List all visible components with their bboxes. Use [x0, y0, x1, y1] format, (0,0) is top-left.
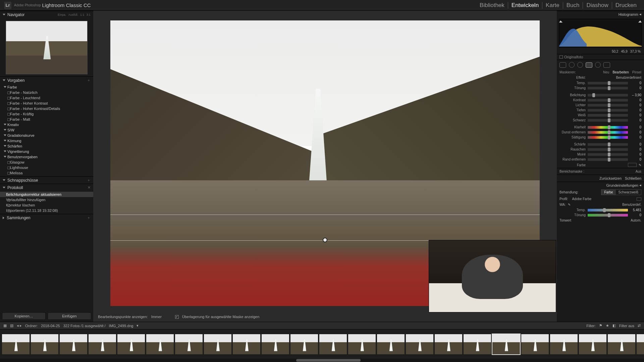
preset-group[interactable]: Gradationskurve [0, 133, 93, 138]
auto-tone-button[interactable]: Autom. [631, 219, 641, 222]
collections-header[interactable]: Sammlungen＋ [0, 214, 93, 221]
preset-group[interactable]: Körnung [0, 138, 93, 143]
slider-track[interactable] [588, 119, 628, 122]
zoom-option[interactable]: 3:1 [86, 13, 91, 16]
zoom-option[interactable]: Ausfüll. [68, 13, 78, 16]
eyedropper-icon[interactable]: ✎ [639, 163, 641, 167]
slider-value[interactable]: 0 [630, 113, 641, 117]
wb-dropdown[interactable]: Benutzerdef. [622, 203, 641, 206]
basic-tint-slider[interactable] [588, 214, 628, 217]
profile-dropdown[interactable]: Adobe Farbe [572, 197, 592, 201]
module-drucken[interactable]: Drucken [612, 2, 640, 9]
preset-item[interactable]: Farbe - Matt [0, 117, 93, 122]
current-filename[interactable]: IMG_2499.dng [109, 324, 133, 328]
zoom-option[interactable]: 1:1 [80, 13, 85, 16]
slider-value[interactable]: 0 [630, 147, 641, 151]
preset-item[interactable]: Farbe - Hoher Kontrast/Details [0, 106, 93, 111]
basic-tint-value[interactable]: 0 [630, 213, 641, 217]
slider-value[interactable]: 0 [630, 142, 641, 146]
folder-date[interactable]: 2018-04-25 [41, 324, 60, 328]
gradient-tool-icon[interactable] [586, 62, 592, 68]
history-item[interactable]: Verlaufsfilter hinzufügen [0, 197, 93, 202]
slider-value[interactable]: 0 [630, 130, 641, 134]
slider-track[interactable] [588, 131, 628, 134]
slider-track[interactable] [588, 148, 628, 151]
filmstrip-thumb[interactable] [175, 334, 203, 354]
filter-lock-icon[interactable]: ⇄ [638, 323, 641, 328]
slider-track[interactable] [588, 99, 628, 102]
grid-view-icon[interactable]: ▦ [3, 323, 7, 328]
slider-value[interactable]: 0 [630, 158, 641, 161]
histogram-header[interactable]: Histogramm ◂ [557, 11, 644, 17]
radial-tool-icon[interactable] [595, 62, 601, 68]
filmstrip-thumb[interactable] [348, 334, 376, 354]
filmstrip-thumb[interactable] [377, 334, 405, 354]
filmstrip-thumb[interactable] [637, 334, 644, 354]
history-item[interactable]: Importieren (12.11.18 15:32:08) [0, 208, 93, 213]
slider-value[interactable]: 0 [630, 86, 641, 90]
treatment-option[interactable]: Farbe [601, 190, 615, 195]
preset-item[interactable]: Farbe - Leuchtend [0, 95, 93, 101]
filmstrip-thumb[interactable] [608, 334, 635, 354]
module-buch[interactable]: Buch [563, 2, 583, 9]
filmstrip-thumb[interactable] [492, 334, 520, 354]
filmstrip-thumb[interactable] [31, 334, 58, 354]
slider-value[interactable]: 0 [630, 135, 641, 139]
user-presets-group[interactable]: Benutzervorgaben [0, 154, 93, 160]
profile-grid-icon[interactable] [637, 197, 641, 201]
basic-header[interactable]: Grundeinstellungen ◂ [557, 182, 644, 188]
slider-track[interactable] [588, 87, 628, 89]
module-karte[interactable]: Karte [542, 2, 563, 9]
filmstrip-thumb[interactable] [117, 334, 145, 354]
filmstrip-thumb[interactable] [579, 334, 606, 354]
filmstrip-thumb[interactable] [435, 334, 462, 354]
user-preset-item[interactable]: Lighthouse [0, 165, 93, 170]
filmstrip-thumb[interactable] [2, 334, 30, 354]
redeye-tool-icon[interactable] [577, 62, 583, 68]
snapshots-header[interactable]: Schnappschüsse＋ [0, 176, 93, 184]
reset-button[interactable]: Zurücksetzen [599, 176, 622, 180]
paste-button[interactable]: Einfügen [48, 312, 91, 320]
filmstrip-thumb[interactable] [521, 334, 549, 354]
basic-temp-value[interactable]: 5.481 [630, 208, 641, 212]
slider-track[interactable] [588, 143, 628, 146]
overlay-checkbox[interactable]: ✓ [175, 315, 179, 319]
zoom-option[interactable]: Einpa. [58, 13, 66, 16]
user-preset-item[interactable]: Melissa [0, 170, 93, 176]
original-toggle[interactable]: Originalfoto [557, 54, 644, 60]
mask-tab[interactable]: Pinsel [632, 70, 641, 74]
slider-value[interactable]: 0 [630, 125, 641, 129]
history-header[interactable]: Protokoll✕ [0, 184, 93, 191]
slider-track[interactable] [588, 126, 628, 129]
navigator-zoom[interactable]: Einpa.Ausfüll.1:13:1 [58, 13, 91, 16]
second-window-icon[interactable]: ▧ [10, 323, 13, 328]
rating-filter-icon[interactable]: ★ [606, 323, 609, 328]
close-button[interactable]: Schließen [625, 176, 641, 180]
filmstrip[interactable] [0, 329, 644, 359]
copy-button[interactable]: Kopieren… [2, 312, 46, 320]
slider-track[interactable] [588, 114, 628, 117]
module-diashow[interactable]: Diashow [583, 2, 612, 9]
slider-track[interactable] [588, 109, 628, 112]
filmstrip-thumb[interactable] [319, 334, 347, 354]
filmstrip-thumb[interactable] [262, 334, 289, 354]
preset-item[interactable]: Farbe - Hoher Kontrast [0, 101, 93, 106]
navigator-header[interactable]: Navigator Einpa.Ausfüll.1:13:1 [0, 11, 93, 18]
slider-value[interactable]: 0 [630, 81, 641, 85]
gradient-pin[interactable] [323, 238, 327, 242]
filmstrip-thumb[interactable] [290, 334, 318, 354]
filmstrip-thumb[interactable] [89, 334, 116, 354]
histogram[interactable] [559, 19, 642, 48]
slider-value[interactable]: 0 [630, 103, 641, 107]
slider-value[interactable]: – 3,90 [630, 93, 641, 97]
slider-track[interactable] [588, 136, 628, 139]
filmstrip-thumb[interactable] [146, 334, 174, 354]
effect-dropdown[interactable]: Benutzerdefiniert [616, 76, 641, 79]
brush-tool-icon[interactable] [603, 62, 610, 68]
slider-track[interactable] [588, 94, 628, 97]
history-item[interactable]: Korrektur löschen [0, 202, 93, 208]
treatment-segment[interactable]: FarbeSchwarzweiß [601, 189, 641, 195]
module-entwickeln[interactable]: Entwickeln [508, 2, 542, 9]
slider-track[interactable] [588, 158, 628, 161]
slider-value[interactable]: 0 [630, 98, 641, 102]
